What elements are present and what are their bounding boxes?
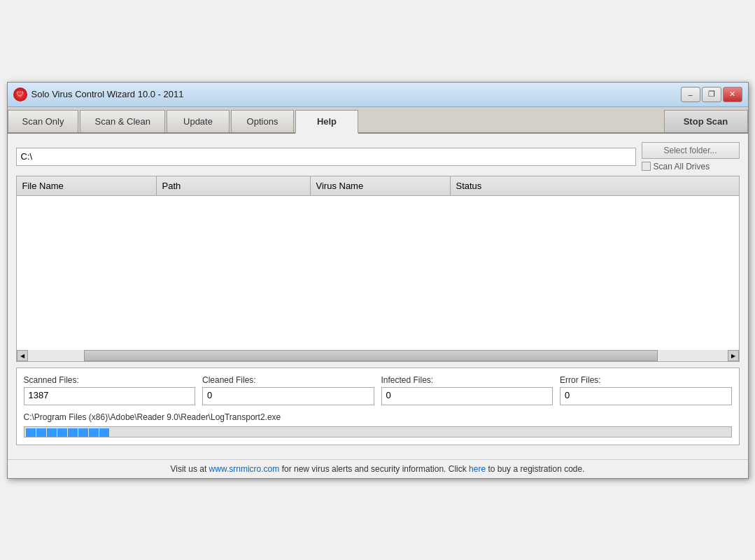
path-row: Select folder... Scan All Drives (16, 142, 740, 172)
app-icon: 🛡 (13, 88, 27, 102)
footer-suffix: to buy a registration code. (486, 464, 584, 474)
progress-block (57, 428, 67, 437)
horizontal-scrollbar[interactable]: ◀ ▶ (17, 350, 739, 361)
results-table: File Name Path Virus Name Status ◀ ▶ (16, 176, 740, 362)
tab-bar: Scan Only Scan & Clean Update Options He… (8, 107, 748, 134)
progress-fill (24, 427, 731, 438)
error-files-stat: Error Files: 0 (560, 375, 732, 405)
error-files-label: Error Files: (560, 375, 732, 385)
infected-files-value: 0 (381, 387, 553, 405)
infected-files-stat: Infected Files: 0 (381, 375, 553, 405)
progress-block (99, 428, 109, 437)
restore-button[interactable]: ❐ (702, 87, 721, 102)
scan-all-drives-checkbox[interactable] (642, 162, 651, 171)
stats-row: Scanned Files: 1387 Cleaned Files: 0 Inf… (24, 375, 732, 405)
right-controls: Select folder... Scan All Drives (642, 142, 740, 172)
titlebar-left: 🛡 Solo Virus Control Wizard 10.0 - 2011 (13, 88, 184, 102)
footer-prefix: Visit us at (170, 464, 209, 474)
footer-link-website[interactable]: www.srnmicro.com (209, 464, 280, 474)
main-window: 🛡 Solo Virus Control Wizard 10.0 - 2011 … (7, 82, 749, 479)
progress-bar (24, 426, 732, 438)
scroll-track[interactable] (28, 350, 728, 361)
tab-scan-only[interactable]: Scan Only (8, 110, 79, 132)
window-title: Solo Virus Control Wizard 10.0 - 2011 (31, 89, 184, 99)
scan-all-drives-label: Scan All Drives (654, 162, 710, 172)
scroll-right-arrow[interactable]: ▶ (728, 350, 739, 361)
table-body[interactable] (17, 196, 739, 350)
progress-block (26, 428, 36, 437)
scroll-thumb[interactable] (84, 350, 658, 361)
scanned-files-value: 1387 (24, 387, 196, 405)
main-content: Select folder... Scan All Drives File Na… (8, 134, 748, 459)
tab-help[interactable]: Help (295, 110, 358, 134)
close-button[interactable]: ✕ (723, 87, 742, 102)
tab-update[interactable]: Update (167, 110, 230, 132)
tab-stop-scan[interactable]: Stop Scan (664, 110, 748, 132)
col-virus-name: Virus Name (311, 176, 451, 195)
cleaned-files-stat: Cleaned Files: 0 (202, 375, 374, 405)
progress-block (78, 428, 88, 437)
tab-options[interactable]: Options (231, 110, 294, 132)
footer-link-registration[interactable]: here (469, 464, 486, 474)
footer: Visit us at www.srnmicro.com for new vir… (8, 459, 748, 478)
tab-scan-clean[interactable]: Scan & Clean (80, 110, 165, 132)
error-files-value: 0 (560, 387, 732, 405)
progress-block (68, 428, 78, 437)
col-file-name: File Name (17, 176, 157, 195)
current-file-path: C:\Program Files (x86)\Adobe\Reader 9.0\… (24, 412, 732, 422)
infected-files-label: Infected Files: (381, 375, 553, 385)
col-path: Path (157, 176, 311, 195)
footer-middle: for new virus alerts and security inform… (279, 464, 469, 474)
table-header: File Name Path Virus Name Status (17, 176, 739, 196)
cleaned-files-label: Cleaned Files: (202, 375, 374, 385)
progress-block (89, 428, 99, 437)
progress-block (36, 428, 46, 437)
progress-block (47, 428, 57, 437)
select-folder-button[interactable]: Select folder... (642, 142, 740, 159)
titlebar-buttons: – ❐ ✕ (681, 87, 742, 102)
scroll-left-arrow[interactable]: ◀ (17, 350, 28, 361)
titlebar: 🛡 Solo Virus Control Wizard 10.0 - 2011 … (8, 83, 748, 107)
col-status: Status (451, 176, 739, 195)
scan-all-row: Scan All Drives (642, 162, 740, 172)
cleaned-files-value: 0 (202, 387, 374, 405)
scanned-files-stat: Scanned Files: 1387 (24, 375, 196, 405)
path-input[interactable] (16, 148, 636, 166)
minimize-button[interactable]: – (681, 87, 700, 102)
stats-section: Scanned Files: 1387 Cleaned Files: 0 Inf… (16, 368, 740, 445)
scanned-files-label: Scanned Files: (24, 375, 196, 385)
